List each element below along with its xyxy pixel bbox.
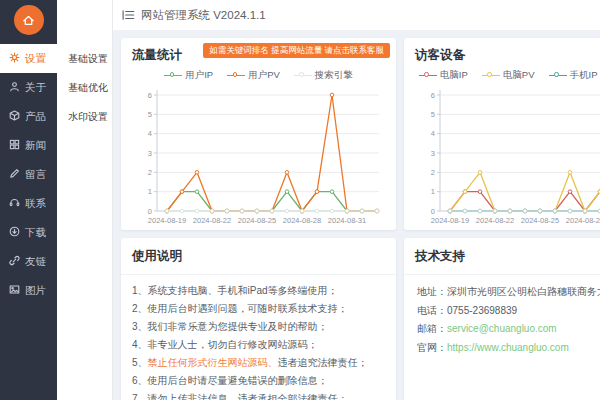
sidebar-item-label: 图片 (25, 284, 46, 298)
svg-text:0: 0 (148, 207, 152, 216)
chart-legend: 电脑IP电脑PV手机IP手机PV (404, 69, 600, 82)
svg-text:5: 5 (431, 110, 435, 119)
support-card-title: 技术支持 (404, 238, 600, 275)
svg-text:2024-08-22: 2024-08-22 (193, 216, 231, 225)
app-window: 设置 关于 产品 新闻 留言 联系 (0, 0, 600, 400)
support-email: 邮箱：service@chuangluo.com (417, 320, 600, 339)
usage-item: 3、我们非常乐意为您提供专业及时的帮助； (132, 318, 385, 336)
secondary-sidebar: 基础设置 基础优化 水印设置 (57, 0, 113, 400)
svg-text:2024-08-25: 2024-08-25 (521, 216, 559, 225)
legend-marker-icon (419, 72, 437, 80)
svg-text:2024-08-22: 2024-08-22 (476, 216, 514, 225)
sidebar-item-label: 产品 (25, 110, 46, 124)
legend-marker-icon (294, 72, 312, 80)
cube-icon (9, 110, 20, 123)
support-list: 地址：深圳市光明区公明松白路穗联商务大厦703室 电话：0755-2369883… (404, 275, 600, 357)
sidebar-item-about[interactable]: 关于 (0, 73, 57, 102)
legend-item-2[interactable]: 手机IP (549, 69, 598, 82)
svg-text:3: 3 (148, 149, 152, 158)
chart-legend: 用户IP用户PV搜索引擎 (121, 69, 396, 82)
legend-item-0[interactable]: 电脑IP (419, 69, 468, 82)
sidebar-item-label: 联系 (25, 197, 46, 211)
traffic-card: 流量统计 如需关键词排名 提高网站流量 请点击联系客服 用户IP用户PV搜索引擎… (121, 38, 396, 230)
home-icon (14, 5, 44, 35)
usage-item: 6、使用后台时请尽量避免错误的删除信息； (132, 372, 385, 390)
svg-text:5: 5 (148, 110, 152, 119)
sidebar-item-images[interactable]: 图片 (0, 276, 57, 305)
download-icon (9, 226, 20, 239)
app-title: 网站管理系统 V2024.1.1 (141, 8, 266, 23)
usage-item: 5、禁止任何形式衍生网站源码、违者追究法律责任； (132, 354, 385, 372)
sidebar-item-label: 新闻 (25, 139, 46, 153)
hamburger-icon[interactable] (122, 9, 135, 21)
headset-icon (9, 197, 20, 210)
device-card-title: 访客设备 (404, 38, 600, 64)
legend-marker-icon (482, 72, 500, 80)
usage-list: 1、系统支持电脑、手机和iPad等多终端使用； 2、使用后台时遇到问题，可随时联… (121, 275, 396, 400)
sidebar-item-label: 设置 (25, 52, 46, 66)
usage-card: 使用说明 1、系统支持电脑、手机和iPad等多终端使用； 2、使用后台时遇到问题… (121, 238, 396, 400)
legend-marker-icon (227, 72, 245, 80)
primary-sidebar: 设置 关于 产品 新闻 留言 联系 (0, 0, 57, 400)
chart-svg: 01234562024-08-192024-08-222024-08-25202… (127, 85, 386, 235)
usage-highlight: 禁止任何形式衍生网站源码、 (148, 357, 278, 368)
usage-card-title: 使用说明 (121, 238, 396, 275)
pencil-icon (9, 168, 20, 181)
sidebar-item-label: 留言 (25, 168, 46, 182)
support-website: 官网：https://www.chuangluo.com (417, 339, 600, 358)
svg-text:2: 2 (148, 168, 152, 177)
sidebar-item-friend-links[interactable]: 友链 (0, 247, 57, 276)
svg-text:2: 2 (431, 168, 435, 177)
top-header: 网站管理系统 V2024.1.1 (113, 0, 600, 30)
svg-text:2024-08-31: 2024-08-31 (328, 216, 366, 225)
support-card: 技术支持 地址：深圳市光明区公明松白路穗联商务大厦703室 电话：0755-23… (404, 238, 600, 400)
sidebar-item-news[interactable]: 新闻 (0, 131, 57, 160)
submenu-item-basic-settings[interactable]: 基础设置 (57, 44, 112, 73)
svg-text:2024-08-28: 2024-08-28 (283, 216, 321, 225)
usage-item: 4、非专业人士，切勿自行修改网站源码； (132, 336, 385, 354)
svg-text:4: 4 (431, 129, 435, 138)
support-website-link[interactable]: https://www.chuangluo.com (447, 342, 569, 353)
svg-text:2024-08-19: 2024-08-19 (148, 216, 186, 225)
promo-banner[interactable]: 如需关键词排名 提高网站流量 请点击联系客服 (203, 43, 390, 58)
logo[interactable] (0, 0, 57, 40)
support-email-link[interactable]: service@chuangluo.com (447, 323, 557, 334)
svg-text:2024-08-19: 2024-08-19 (431, 216, 469, 225)
usage-item: 7、请勿上传非法信息，违者承担全部法律责任； (132, 390, 385, 400)
submenu-item-watermark-settings[interactable]: 水印设置 (57, 102, 112, 131)
legend-item-0[interactable]: 用户IP (164, 69, 213, 82)
chart-svg: 01234562024-08-192024-08-222024-08-25202… (410, 85, 600, 235)
support-phone: 电话：0755-23698839 (417, 302, 600, 321)
user-icon (9, 81, 20, 94)
sidebar-item-label: 下载 (25, 226, 46, 240)
usage-item: 2、使用后台时遇到问题，可随时联系技术支持； (132, 300, 385, 318)
legend-item-1[interactable]: 电脑PV (482, 69, 535, 82)
svg-text:2024-08-25: 2024-08-25 (238, 216, 276, 225)
svg-text:1: 1 (148, 187, 152, 196)
submenu-item-basic-optimization[interactable]: 基础优化 (57, 73, 112, 102)
legend-item-2[interactable]: 搜索引擎 (294, 69, 353, 82)
sidebar-item-settings[interactable]: 设置 (0, 44, 57, 73)
gear-icon (9, 52, 20, 65)
usage-item: 1、系统支持电脑、手机和iPad等多终端使用； (132, 282, 385, 300)
svg-text:6: 6 (431, 91, 435, 100)
sidebar-item-messages[interactable]: 留言 (0, 160, 57, 189)
device-chart: 电脑IP电脑PV手机IP手机PV01234562024-08-192024-08… (404, 69, 600, 235)
main-content: 流量统计 如需关键词排名 提高网站流量 请点击联系客服 用户IP用户PV搜索引擎… (113, 30, 600, 400)
sidebar-item-contact[interactable]: 联系 (0, 189, 57, 218)
legend-marker-icon (549, 72, 567, 80)
support-address: 地址：深圳市光明区公明松白路穗联商务大厦703室 (417, 283, 600, 302)
traffic-chart: 用户IP用户PV搜索引擎01234562024-08-192024-08-222… (121, 69, 396, 235)
sidebar-item-label: 关于 (25, 81, 46, 95)
image-icon (9, 284, 20, 297)
link-icon (9, 255, 20, 268)
svg-text:4: 4 (148, 129, 152, 138)
sidebar-item-products[interactable]: 产品 (0, 102, 57, 131)
svg-text:1: 1 (431, 187, 435, 196)
sidebar-item-downloads[interactable]: 下载 (0, 218, 57, 247)
legend-item-1[interactable]: 用户PV (227, 69, 280, 82)
sidebar-menu: 设置 关于 产品 新闻 留言 联系 (0, 40, 57, 305)
device-card: 访客设备 电脑IP电脑PV手机IP手机PV01234562024-08-1920… (404, 38, 600, 230)
news-icon (9, 139, 20, 152)
svg-text:0: 0 (431, 207, 435, 216)
